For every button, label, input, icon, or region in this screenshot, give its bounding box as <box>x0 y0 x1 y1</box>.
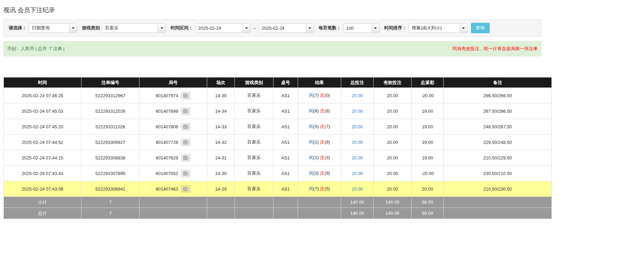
date-from-input[interactable] <box>195 24 242 33</box>
dice-icon <box>183 186 189 192</box>
date-to-select[interactable] <box>259 24 314 33</box>
bet-id-cell: 522293312026 <box>81 103 140 119</box>
column-header: 游戏类别 <box>235 77 273 88</box>
sort-dropdown-button[interactable] <box>460 24 467 33</box>
search-button[interactable]: 查询 <box>471 23 490 33</box>
result-banker-score: (8) <box>325 139 330 145</box>
footer-payout-cell: 56.00 <box>412 208 444 219</box>
round-detail-button[interactable] <box>181 138 191 146</box>
total-bet-cell: 20.00 <box>341 135 374 150</box>
remark-cell: 267.50/286.50 <box>444 103 552 119</box>
page-size-dropdown-button[interactable] <box>372 24 379 33</box>
total-bet-link[interactable]: 20.00 <box>352 186 363 192</box>
dice-icon <box>183 140 189 145</box>
result-banker-label: 庄 <box>320 108 325 113</box>
footer-empty-cell <box>140 197 207 208</box>
total-bet-link[interactable]: 20.00 <box>352 93 363 98</box>
footer-empty-cell <box>140 208 207 219</box>
time-cell: 2025-02-24 07:44:52 <box>4 135 81 150</box>
result-player-label: 闲 <box>309 139 313 145</box>
valid-bet-cell: 20.00 <box>374 166 412 181</box>
table-row: 2025-02-24 07:45:20522293311026601407806… <box>4 119 552 135</box>
warning-text: 同局有效投注，统一计算在该局第一张注单 <box>452 46 538 52</box>
result-banker-score: (5) <box>325 186 330 191</box>
round-detail-button[interactable] <box>181 123 191 131</box>
game-type-dropdown-button[interactable] <box>158 24 165 33</box>
game-type-input[interactable] <box>102 24 158 33</box>
table-footer: 小计7140.00140.0056.00总计7140.00140.0056.00 <box>4 197 552 219</box>
query-type-select[interactable] <box>29 24 77 33</box>
table-row: 2025-02-24 07:43:08522293306841601407463… <box>4 181 552 197</box>
column-header: 场次 <box>207 77 235 88</box>
round-cell: 601407898 <box>140 103 207 119</box>
game-type-select[interactable] <box>102 24 166 33</box>
result-player-label: 闲 <box>309 108 313 113</box>
chevron-down-icon <box>308 27 311 29</box>
footer-empty-cell <box>235 208 273 219</box>
query-type-dropdown-button[interactable] <box>69 24 77 33</box>
total-bet-cell: 20.00 <box>341 103 374 119</box>
result-cell: 闲(7) 庄(0) <box>298 88 341 103</box>
result-banker-score: (7) <box>325 124 330 129</box>
total-bet-link[interactable]: 20.00 <box>352 140 363 145</box>
total-bet-cell: 20.00 <box>341 166 374 181</box>
date-from-select[interactable] <box>195 24 250 33</box>
time-cell: 2025-02-24 07:43:43 <box>4 166 81 181</box>
page-size-select[interactable] <box>343 24 379 33</box>
footer-empty-cell <box>235 197 273 208</box>
query-type-input[interactable] <box>29 24 69 33</box>
chevron-down-icon <box>374 27 377 29</box>
total-bet-link[interactable]: 20.00 <box>352 109 363 114</box>
payout-cell: -20.00 <box>412 88 444 103</box>
date-from-dropdown-button[interactable] <box>242 24 250 33</box>
round-detail-button[interactable] <box>181 107 191 115</box>
result-player-label: 闲 <box>309 155 313 160</box>
round-detail-button[interactable] <box>181 92 191 100</box>
total-bet-cell: 20.00 <box>341 181 374 197</box>
result-player-label: 闲 <box>309 171 313 176</box>
valid-bet-cell: 20.00 <box>374 88 412 103</box>
bet-id-cell: 522293309927 <box>81 135 140 150</box>
footer-empty-cell <box>444 208 552 219</box>
time-cell: 2025-02-24 07:43:08 <box>4 181 81 197</box>
sort-select[interactable] <box>409 24 468 33</box>
result-banker-label: 庄 <box>320 186 325 191</box>
result-player-label: 闲 <box>309 186 313 191</box>
round-number: 601407806 <box>156 124 178 129</box>
dice-icon <box>183 124 189 129</box>
result-cell: 闲(7) 庄(5) <box>298 181 341 197</box>
bet-id-cell: 522293311026 <box>81 119 140 135</box>
round-number: 601407974 <box>156 93 178 98</box>
dice-icon <box>183 155 189 160</box>
time-cell: 2025-02-24 07:44:15 <box>4 150 81 166</box>
date-to-dropdown-button[interactable] <box>306 24 314 33</box>
table-row: 2025-02-24 07:46:25522293312967601407974… <box>4 88 552 103</box>
total-bet-link[interactable]: 20.00 <box>352 171 363 176</box>
round-detail-button[interactable] <box>181 185 191 193</box>
round-detail-button[interactable] <box>181 169 191 177</box>
result-cell: 闲(5) 庄(7) <box>298 119 341 135</box>
game-type-cell: 百家乐 <box>235 166 273 181</box>
round-detail-button[interactable] <box>181 154 191 162</box>
time-range-label: 时间区间： <box>171 25 193 31</box>
table-row: 2025-02-24 07:45:53522293312026601407898… <box>4 103 552 119</box>
game-type-cell: 百家乐 <box>235 181 273 197</box>
currency-summary-text: 币别：人民币 | 总共 :7 注单 | <box>7 46 65 52</box>
total-bet-cell: 20.00 <box>341 88 374 103</box>
sort-input[interactable] <box>409 24 460 33</box>
result-cell: 闲(6) 庄(8) <box>298 103 341 119</box>
bet-id-cell: 522293312967 <box>81 88 140 103</box>
total-bet-link[interactable]: 20.00 <box>352 155 363 160</box>
table-number-cell: AS1 <box>273 181 298 197</box>
notice-bar: 币别：人民币 | 总共 :7 注单 | 同局有效投注，统一计算在该局第一张注单 <box>3 41 541 56</box>
result-player-score: (1) <box>313 155 319 160</box>
result-player-score: (7) <box>313 186 319 191</box>
footer-empty-cell <box>273 197 298 208</box>
result-cell: 闲(1) 庄(3) <box>298 150 341 166</box>
date-to-input[interactable] <box>259 24 306 33</box>
page-size-input[interactable] <box>344 24 372 33</box>
time-cell: 2025-02-24 07:45:53 <box>4 103 81 119</box>
total-bet-link[interactable]: 20.00 <box>352 124 363 129</box>
session-cell: 14-35 <box>207 88 235 103</box>
footer-total-bet-cell: 140.00 <box>341 197 374 208</box>
